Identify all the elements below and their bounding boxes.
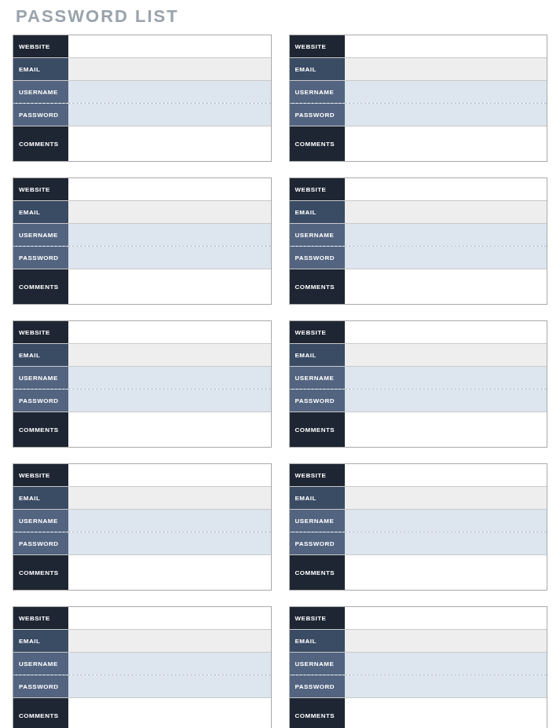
- comments-value[interactable]: [345, 126, 547, 161]
- email-value[interactable]: [68, 58, 271, 80]
- password-value[interactable]: [68, 532, 271, 554]
- website-value[interactable]: [345, 607, 547, 629]
- username-value[interactable]: [68, 367, 271, 389]
- password-value[interactable]: [345, 390, 547, 412]
- website-value[interactable]: [68, 464, 271, 486]
- website-value[interactable]: [345, 464, 547, 486]
- website-value[interactable]: [345, 178, 547, 200]
- comments-value[interactable]: [345, 412, 547, 447]
- password-value[interactable]: [68, 247, 271, 269]
- comments-value[interactable]: [345, 555, 547, 590]
- comments-value[interactable]: [68, 555, 271, 590]
- website-value[interactable]: [68, 178, 271, 200]
- password-value[interactable]: [68, 104, 271, 126]
- email-label: EMAIL: [13, 201, 68, 223]
- website-row: WEBSITE: [290, 607, 547, 630]
- comments-value[interactable]: [68, 126, 271, 161]
- comments-row: COMMENTS: [290, 555, 547, 590]
- password-entry-card: WEBSITEEMAILUSERNAMEPASSWORDCOMMENTS: [289, 320, 548, 448]
- username-row: USERNAME: [13, 510, 271, 532]
- password-entry-card: WEBSITEEMAILUSERNAMEPASSWORDCOMMENTS: [13, 35, 272, 162]
- password-value[interactable]: [68, 390, 271, 412]
- website-label: WEBSITE: [290, 321, 345, 343]
- username-value[interactable]: [345, 81, 547, 103]
- password-value[interactable]: [345, 104, 547, 126]
- comments-value[interactable]: [345, 698, 547, 728]
- email-value[interactable]: [345, 58, 547, 80]
- email-value[interactable]: [68, 201, 271, 223]
- website-row: WEBSITE: [13, 464, 271, 487]
- username-value[interactable]: [68, 81, 271, 103]
- email-value[interactable]: [68, 630, 271, 652]
- website-label: WEBSITE: [13, 607, 68, 629]
- email-value[interactable]: [345, 344, 547, 366]
- username-row: USERNAME: [290, 367, 547, 390]
- website-label: WEBSITE: [290, 464, 345, 486]
- password-value[interactable]: [345, 532, 547, 554]
- email-value[interactable]: [68, 487, 271, 509]
- comments-row: COMMENTS: [13, 269, 271, 304]
- comments-value[interactable]: [345, 269, 547, 304]
- password-label: PASSWORD: [290, 532, 345, 554]
- comments-row: COMMENTS: [13, 412, 271, 447]
- email-value[interactable]: [345, 487, 547, 509]
- email-value[interactable]: [68, 344, 271, 366]
- website-label: WEBSITE: [13, 321, 68, 343]
- username-value[interactable]: [68, 510, 271, 532]
- password-value[interactable]: [68, 675, 271, 697]
- email-label: EMAIL: [13, 344, 68, 366]
- email-label: EMAIL: [13, 58, 68, 80]
- password-entry-card: WEBSITEEMAILUSERNAMEPASSWORDCOMMENTS: [13, 320, 272, 448]
- username-label: USERNAME: [13, 367, 68, 389]
- website-label: WEBSITE: [13, 178, 68, 200]
- email-value[interactable]: [345, 201, 547, 223]
- password-entry-card: WEBSITEEMAILUSERNAMEPASSWORDCOMMENTS: [289, 606, 548, 728]
- password-entry-card: WEBSITEEMAILUSERNAMEPASSWORDCOMMENTS: [289, 177, 548, 305]
- comments-row: COMMENTS: [290, 412, 547, 447]
- username-value[interactable]: [345, 510, 547, 532]
- website-value[interactable]: [68, 607, 271, 629]
- email-label: EMAIL: [290, 487, 345, 509]
- password-entry-card: WEBSITEEMAILUSERNAMEPASSWORDCOMMENTS: [13, 177, 272, 305]
- website-label: WEBSITE: [13, 464, 68, 486]
- email-row: EMAIL: [13, 58, 271, 81]
- password-value[interactable]: [345, 675, 547, 697]
- password-label: PASSWORD: [13, 675, 68, 697]
- username-value[interactable]: [68, 224, 271, 246]
- comments-value[interactable]: [68, 698, 271, 728]
- comments-row: COMMENTS: [290, 126, 547, 161]
- email-row: EMAIL: [13, 344, 271, 367]
- username-value[interactable]: [345, 224, 547, 246]
- comments-value[interactable]: [68, 412, 271, 447]
- username-label: USERNAME: [13, 224, 68, 246]
- password-value[interactable]: [345, 247, 547, 269]
- username-label: USERNAME: [290, 367, 345, 389]
- password-label: PASSWORD: [13, 532, 68, 554]
- password-row: PASSWORD: [290, 532, 547, 555]
- username-row: USERNAME: [290, 224, 547, 247]
- username-row: USERNAME: [13, 653, 271, 675]
- password-label: PASSWORD: [290, 247, 345, 269]
- comments-label: COMMENTS: [13, 126, 68, 161]
- email-value[interactable]: [345, 630, 547, 652]
- comments-row: COMMENTS: [13, 555, 271, 590]
- username-row: USERNAME: [290, 510, 547, 532]
- website-row: WEBSITE: [290, 464, 547, 487]
- password-row: PASSWORD: [290, 675, 547, 698]
- username-row: USERNAME: [290, 81, 547, 104]
- username-value[interactable]: [345, 367, 547, 389]
- email-row: EMAIL: [290, 201, 547, 224]
- website-value[interactable]: [68, 35, 271, 57]
- email-label: EMAIL: [290, 344, 345, 366]
- email-row: EMAIL: [290, 487, 547, 510]
- website-value[interactable]: [345, 35, 547, 57]
- comments-value[interactable]: [68, 269, 271, 304]
- website-label: WEBSITE: [290, 178, 345, 200]
- username-value[interactable]: [68, 653, 271, 675]
- username-value[interactable]: [345, 653, 547, 675]
- website-row: WEBSITE: [13, 178, 271, 201]
- username-label: USERNAME: [290, 81, 345, 103]
- website-value[interactable]: [345, 321, 547, 343]
- username-label: USERNAME: [13, 653, 68, 675]
- website-value[interactable]: [68, 321, 271, 343]
